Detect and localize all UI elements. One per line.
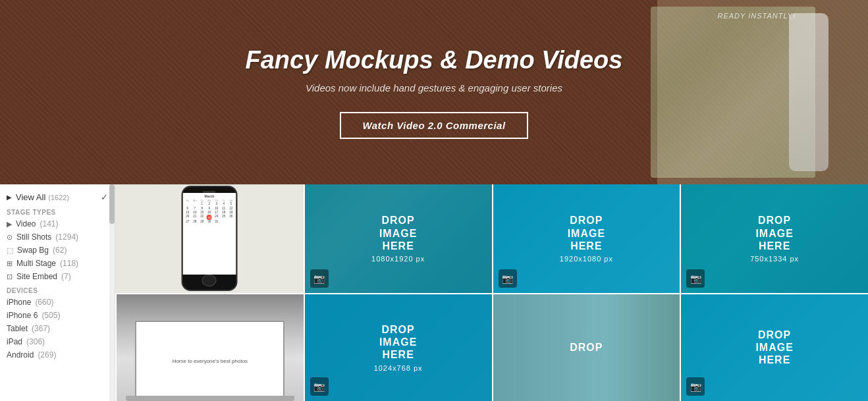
sidebar-item-tablet[interactable]: Tablet (367): [0, 322, 115, 335]
mockup-grid: March SuMoTu WeThFr Sa 1 2345 678 910111…: [115, 184, 868, 401]
hero-title: Fancy Mockups & Demo Videos: [246, 46, 623, 74]
camera-icon: ⊙: [7, 233, 13, 242]
grid-cell-imac[interactable]: DROPIMAGEHERE 1920x1080 px 📷: [492, 184, 680, 293]
drop-placeholder-tablet-outdoor: DROPIMAGEHERE 1024x768 px: [305, 294, 492, 402]
laptop-base: [126, 396, 294, 401]
sidebar-item-swap-bg[interactable]: ⬚ Swap Bg (62): [0, 244, 115, 257]
hero-subtitle: Videos now include hand gestures & engag…: [306, 82, 562, 94]
sidebar-item-multi-stage[interactable]: ⊞ Multi Stage (118): [0, 257, 115, 270]
video-icon: ▶: [7, 220, 12, 228]
drop-placeholder-tablet-desk: DROPIMAGEHERE: [681, 294, 868, 402]
grid-cell-bag-phone[interactable]: DROPIMAGEHERE 750x1334 px 📷: [680, 184, 868, 293]
ready-instantly-label: READY INSTANTLY!: [718, 12, 796, 20]
hero-phone-bg: [789, 13, 828, 171]
embed-icon: ⊡: [7, 273, 13, 281]
drop-placeholder-bag-phone: DROPIMAGEHERE 750x1334 px: [681, 184, 868, 293]
laptop-screen: Home to everyone's best photos: [135, 321, 285, 401]
sidebar-scrollbar-thumb[interactable]: [109, 184, 115, 224]
view-all-checkmark: ✓: [101, 192, 108, 202]
watch-video-button[interactable]: Watch Video 2.0 Commercial: [340, 112, 528, 139]
stage-types-label: Stage Types: [0, 205, 115, 217]
drop-placeholder-woman: DROP: [493, 294, 680, 402]
sidebar-item-iphone6[interactable]: iPhone 6 (505): [0, 309, 115, 322]
sidebar-item-android[interactable]: Android (269): [0, 348, 115, 361]
phone-mockup: March SuMoTu WeThFr Sa 1 2345 678 910111…: [181, 186, 237, 291]
devices-label: Devices: [0, 283, 115, 296]
sidebar-item-site-embed[interactable]: ⊡ Site Embed (7): [0, 270, 115, 283]
main-area: ▶ View All (1622) ✓ Stage Types ▶ Video …: [0, 184, 868, 401]
cell-badge-bag-phone: 📷: [686, 269, 705, 288]
sidebar-item-still-shots[interactable]: ⊙ Still Shots (1294): [0, 230, 115, 244]
multi-icon: ⊞: [7, 259, 13, 268]
grid-cell-woman-phone[interactable]: DROP: [492, 293, 680, 402]
hero-section: READY INSTANTLY! Fancy Mockups & Demo Vi…: [0, 0, 868, 184]
drop-placeholder-hand-phone: DROPIMAGEHERE 1080x1920 px: [305, 184, 492, 293]
sidebar-item-iphone[interactable]: iPhone (660): [0, 296, 115, 309]
phone-screen-calendar: March SuMoTu WeThFr Sa 1 2345 678 910111…: [182, 193, 236, 275]
grid-cell-laptop[interactable]: Home to everyone's best photos: [115, 293, 304, 402]
sidebar-item-video[interactable]: ▶ Video (141): [0, 217, 115, 230]
sidebar-view-all[interactable]: ▶ View All (1622) ✓: [0, 190, 115, 205]
grid-cell-phone-standalone[interactable]: March SuMoTu WeThFr Sa 1 2345 678 910111…: [115, 184, 304, 293]
cell-badge-tablet-desk: 📷: [686, 377, 705, 396]
drop-placeholder-imac: DROPIMAGEHERE 1920x1080 px: [493, 184, 680, 293]
cell-badge-tablet-outdoor: 📷: [310, 377, 329, 396]
sidebar-scrollbar-track[interactable]: [109, 184, 115, 401]
sidebar-item-ipad[interactable]: iPad (306): [0, 335, 115, 348]
sidebar: ▶ View All (1622) ✓ Stage Types ▶ Video …: [0, 184, 115, 401]
grid-cell-tablet-desk[interactable]: DROPIMAGEHERE 📷: [680, 293, 868, 402]
cell-badge-hand-phone: 📷: [310, 269, 329, 288]
grid-cell-tablet-outdoor[interactable]: DROPIMAGEHERE 1024x768 px 📷: [304, 293, 492, 402]
swap-icon: ⬚: [7, 246, 13, 255]
cell-badge-imac: 📷: [499, 269, 517, 288]
grid-cell-hand-phone[interactable]: DROPIMAGEHERE 1080x1920 px 📷: [304, 184, 492, 293]
laptop-hint: Home to everyone's best photos: [117, 294, 304, 402]
